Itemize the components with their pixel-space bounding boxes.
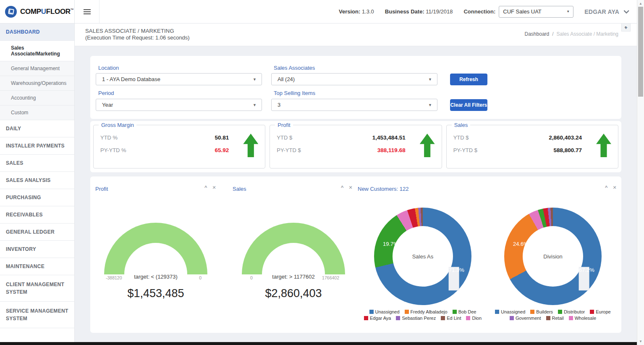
sidebar-item-client-management-system[interactable]: CLIENT MANAGEMENT SYSTEM bbox=[0, 275, 74, 301]
profit-gauge-value: $1,453,485 bbox=[104, 287, 207, 300]
profit-gauge-labels: -388120 target: < (129373) 0 bbox=[104, 274, 207, 281]
clear-all-filters-button[interactable]: Clear All Filters bbox=[450, 99, 487, 111]
legend-swatch bbox=[569, 316, 573, 320]
filters-panel: Location 1 - AYA Demo Database▼ Period Y… bbox=[90, 56, 621, 119]
sidebar-item-custom[interactable]: Custom bbox=[0, 105, 74, 120]
legend-swatch bbox=[466, 316, 470, 320]
breadcrumb-dashboard[interactable]: Dashboard bbox=[525, 31, 550, 37]
ytd-pct-value: 50.81 bbox=[151, 134, 258, 141]
chevron-down-icon: ▼ bbox=[253, 77, 257, 82]
collapse-corner-button[interactable]: « bbox=[621, 23, 631, 32]
period-select[interactable]: Year▼ bbox=[96, 99, 262, 111]
legend-swatch bbox=[510, 316, 514, 320]
legend-item[interactable]: Wholesale bbox=[569, 316, 596, 321]
header-right: Version: 1.3.0 Business Date: 11/19/2018… bbox=[99, 0, 637, 23]
sidebar-item-dashboard[interactable]: DASHBOARD bbox=[0, 24, 74, 40]
close-icon[interactable]: ✕ bbox=[212, 185, 216, 190]
legend-item[interactable]: Dion bbox=[466, 316, 482, 321]
legend-swatch bbox=[590, 310, 594, 314]
gross-margin-card: Gross Margin YTD %50.81 PY-YTD %65.92 bbox=[93, 125, 265, 169]
horizontal-scrollbar[interactable] bbox=[0, 342, 637, 345]
division-legend: Unassigned Builders Distributor Europe G… bbox=[486, 309, 620, 321]
sidebar-item-daily[interactable]: DAILY bbox=[0, 120, 74, 137]
ytd-dollar-label: YTD $ bbox=[277, 134, 327, 141]
legend-item[interactable]: Unassigned bbox=[369, 309, 400, 314]
sidebar-item-general-management[interactable]: General Management bbox=[0, 61, 74, 76]
ytd-dollar-value: 2,860,403.24 bbox=[504, 134, 611, 141]
location-dropdown[interactable]: 1 - AYA Demo Database▼ bbox=[96, 73, 262, 85]
slice-percent-label: 67.2% bbox=[579, 267, 589, 291]
sidebar-item-sales-associate-marketing[interactable]: Sales Associate/Marketing bbox=[0, 41, 74, 61]
select-caret-icon: ▼ bbox=[253, 103, 257, 107]
profit-gauge-chart bbox=[104, 223, 207, 274]
charts-panel: Profit ^ ✕ Sales ^ ✕ New Customers: 122 … bbox=[90, 176, 621, 333]
slice-percent-label: 71.3% bbox=[449, 267, 459, 291]
sales-card: Sales YTD $2,860,403.24 PY-YTD $588,800.… bbox=[446, 125, 618, 169]
scroll-down-icon[interactable]: ▼ bbox=[637, 340, 644, 343]
close-icon[interactable]: ✕ bbox=[348, 185, 352, 190]
close-icon[interactable]: ✕ bbox=[613, 185, 616, 190]
sidebar-item-sales[interactable]: SALES bbox=[0, 155, 74, 171]
user-name: EDGAR AYA bbox=[584, 8, 619, 15]
chevron-down-icon bbox=[623, 8, 629, 13]
legend-item[interactable]: Edgar Aya bbox=[364, 316, 391, 321]
logo[interactable]: COMPUFLOOR™ bbox=[0, 0, 75, 23]
corner-collapse-icon: « bbox=[623, 24, 628, 30]
sidebar-item-installer-payments[interactable]: INSTALLER PAYMENTS bbox=[0, 137, 74, 154]
sidebar-item-accounting[interactable]: Accounting bbox=[0, 91, 74, 105]
donut-center-label: Sales As bbox=[412, 253, 434, 260]
legend-swatch bbox=[441, 316, 445, 320]
sales-as-donut-chart[interactable]: Sales As 71.3% 19.7% bbox=[374, 208, 471, 305]
legend-item[interactable]: Bob Dee bbox=[453, 309, 476, 314]
breadcrumb-separator: / bbox=[552, 31, 553, 37]
legend-item[interactable]: Freddy Albaladejo bbox=[405, 309, 448, 314]
legend-item[interactable]: Unassigned bbox=[495, 309, 525, 314]
legend-item[interactable]: Retail bbox=[546, 316, 564, 321]
page-title: SALES ASSOCIATE / MARKETING bbox=[85, 28, 174, 34]
legend-item[interactable]: Europe bbox=[590, 309, 610, 314]
collapse-icon[interactable]: ^ bbox=[204, 185, 207, 190]
sales-as-legend: Unassigned Freddy Albaladejo Bob Dee Edg… bbox=[356, 309, 490, 321]
kpi-panel: Gross Margin YTD %50.81 PY-YTD %65.92 Pr… bbox=[90, 121, 621, 172]
user-menu[interactable]: EDGAR AYA bbox=[584, 8, 628, 15]
legend-item[interactable]: Ed Lint bbox=[441, 316, 461, 321]
scrollbar-thumb[interactable] bbox=[638, 7, 643, 97]
legend-swatch bbox=[558, 310, 562, 314]
connection-select[interactable]: CUF Sales UAT ▼ bbox=[499, 6, 573, 18]
sidebar-item-service-management-system[interactable]: SERVICE MANAGEMENT SYSTEM bbox=[0, 302, 74, 328]
legend-swatch bbox=[546, 316, 550, 320]
menu-toggle-button[interactable] bbox=[75, 0, 99, 23]
py-ytd-dollar-value: 588,800.77 bbox=[504, 147, 611, 153]
vertical-scrollbar[interactable]: ▲ ▼ bbox=[637, 0, 644, 345]
legend-swatch bbox=[530, 310, 534, 314]
refresh-button[interactable]: Refresh bbox=[450, 74, 487, 85]
sidebar-item-maintenance[interactable]: MAINTENANCE bbox=[0, 258, 74, 275]
ytd-dollar-value: 1,453,484.51 bbox=[327, 134, 435, 141]
division-donut-chart[interactable]: Division 67.2% 24.6% bbox=[504, 208, 602, 305]
content-header: SALES ASSOCIATE / MARKETING (Execution T… bbox=[75, 24, 637, 46]
sidebar-item-inventory[interactable]: INVENTORY bbox=[0, 241, 74, 258]
top-header: COMPUFLOOR™ Version: 1.3.0 Business Date… bbox=[0, 0, 637, 24]
sales-associates-dropdown[interactable]: All (24)▼ bbox=[271, 73, 437, 85]
legend-item[interactable]: Builders bbox=[530, 309, 553, 314]
top-selling-items-select[interactable]: 3▼ bbox=[271, 99, 437, 111]
top-selling-items-label: Top Selling Items bbox=[274, 90, 315, 96]
py-ytd-dollar-label: PY-YTD $ bbox=[277, 147, 327, 153]
ytd-pct-label: YTD % bbox=[100, 134, 151, 141]
collapse-icon[interactable]: ^ bbox=[605, 185, 607, 190]
sidebar-item-warehousing-operations[interactable]: Warehousing/Operations bbox=[0, 76, 74, 90]
connection-group: Connection: CUF Sales UAT ▼ bbox=[463, 6, 573, 18]
legend-item[interactable]: Sebastian Perez bbox=[396, 316, 436, 321]
scroll-up-icon[interactable]: ▲ bbox=[637, 2, 644, 5]
legend-item[interactable]: Distributor bbox=[558, 309, 585, 314]
gauge-target-label: target: < (129373) bbox=[104, 274, 207, 280]
legend-item[interactable]: Government bbox=[510, 316, 541, 321]
location-label: Location bbox=[98, 65, 119, 71]
collapse-icon[interactable]: ^ bbox=[341, 185, 343, 190]
sidebar-item-general-ledger[interactable]: GENERAL LEDGER bbox=[0, 224, 74, 240]
sidebar-item-sales-analysis[interactable]: SALES ANALYSIS bbox=[0, 172, 74, 189]
sidebar-item-purchasing[interactable]: PURCHASING bbox=[0, 189, 74, 206]
legend-swatch bbox=[453, 310, 457, 314]
sidebar-item-receivables[interactable]: RECEIVABLES bbox=[0, 206, 74, 223]
sales-associates-label: Sales Associates bbox=[274, 65, 315, 71]
